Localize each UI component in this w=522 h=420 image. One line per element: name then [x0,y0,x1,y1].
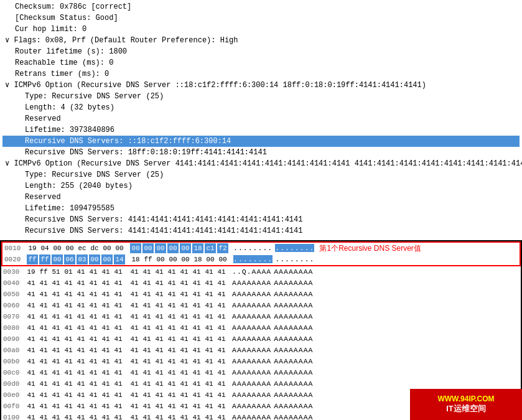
hex-ascii-right: AAAAAAAA [274,278,313,288]
hex-byte: 41 [179,345,190,355]
hex-ascii-right: AAAAAAAA [274,289,313,299]
hex-byte: 41 [141,267,152,277]
hex-ascii-right: AAAAAAAA [274,368,313,378]
hex-byte: 41 [179,390,190,400]
hex-offset: 00d0 [3,379,26,389]
hex-row: 00a041414141414141414141414141414141AAAA… [1,345,521,356]
hex-byte: 41 [129,301,140,310]
hex-byte: 41 [129,334,140,344]
hex-row: 003019ff5101414141414141414141414141..Q.… [1,266,521,278]
hex-byte: 41 [154,278,165,288]
hex-byte: 00 [101,254,113,264]
hex-offset: 00e0 [3,390,26,400]
hex-byte: 41 [26,334,37,344]
hex-byte: 00 [52,243,63,253]
hex-byte: 41 [100,368,111,378]
hex-byte: 41 [26,278,37,288]
hex-byte: 41 [203,368,215,378]
hex-byte: 41 [88,334,99,344]
hex-byte: 41 [191,413,202,420]
hex-byte: 41 [216,334,227,344]
hex-ascii-right: AAAAAAAA [274,379,313,389]
hex-byte: 41 [203,289,215,299]
hex-byte: 41 [191,357,202,366]
hex-ascii-right: AAAAAAAA [274,323,313,333]
hex-byte: 41 [88,390,99,400]
hex-byte: ff [27,254,38,264]
hex-row: 00b041414141414141414141414141414141AAAA… [1,356,521,367]
hex-byte: 41 [26,390,37,400]
hex-ascii-left: AAAAAAAA [232,401,271,411]
hex-byte: 41 [216,368,227,378]
hex-row: 006041414141414141414141414141414141AAAA… [1,300,521,311]
hex-byte: 41 [203,312,215,322]
hex-ascii-left: AAAAAAAA [232,334,271,344]
hex-byte: 41 [166,357,177,366]
hex-byte: 00 [180,254,191,264]
hex-offset: 00a0 [3,345,26,355]
hex-byte: 41 [203,379,215,389]
hex-byte: 41 [26,312,37,322]
hex-byte: 41 [216,401,227,411]
hex-ascii-left: ..Q.AAAA [232,267,271,277]
hex-byte: 41 [166,301,177,310]
hex-byte: 41 [154,289,165,299]
hex-byte: 41 [113,312,124,322]
hex-byte: 41 [113,413,124,420]
hex-ascii-left: AAAAAAAA [232,301,271,310]
hex-offset: 0080 [3,323,26,333]
detail-line: Lifetime: 3973840896 [2,124,520,136]
hex-byte: 41 [203,357,215,366]
hex-byte: 41 [141,390,152,400]
hex-byte: 41 [179,301,190,310]
hex-byte: 41 [141,357,152,366]
hex-byte: 41 [50,289,62,299]
hex-byte: 41 [216,278,227,288]
hex-byte: 41 [26,357,37,366]
detail-line: ∨ ICMPv6 Option (Recursive DNS Server 41… [2,158,520,169]
hex-byte: 41 [50,345,62,355]
hex-byte: dc [89,243,100,253]
hex-byte: 51 [50,267,62,277]
hex-ascii-left: AAAAAAAA [232,413,271,420]
hex-byte: 41 [154,357,165,366]
hex-byte: 41 [154,301,165,310]
watermark-site: WWW.94IP.COM [437,394,494,403]
hex-byte: 41 [154,267,165,277]
hex-byte: 41 [129,390,140,400]
hex-ascii-right: AAAAAAAA [274,334,313,344]
hex-byte: 41 [63,312,74,322]
hex-byte: 41 [191,267,202,277]
hex-byte: 06 [64,254,75,264]
hex-byte: ff [142,254,154,264]
detail-line: Reserved [2,113,520,124]
hex-byte: 41 [203,390,215,400]
detail-line: Recursive DNS Servers: 18ff:0:18:0:19ff:… [2,147,520,158]
hex-byte: 41 [191,289,202,299]
hex-byte: 41 [141,301,152,310]
hex-byte: 41 [154,323,165,333]
hex-byte: f2 [217,243,228,253]
hex-byte: 41 [50,278,62,288]
hex-ascii-left: AAAAAAAA [232,379,271,389]
hex-byte: 41 [154,401,165,411]
hex-byte: 41 [216,267,227,277]
hex-byte: 41 [50,390,62,400]
hex-byte: 41 [154,413,165,420]
hex-byte: 00 [130,243,141,253]
detail-line: Recursive DNS Servers: ::18:c1f2:ffff:6:… [2,136,520,147]
hex-byte: 41 [75,301,86,310]
hex-byte: 41 [113,301,124,310]
hex-byte: 41 [63,413,74,420]
hex-row: 005041414141414141414141414141414141AAAA… [1,289,521,300]
hex-byte: 41 [50,401,62,411]
hex-byte: 41 [100,301,111,310]
hex-byte: ff [39,254,50,264]
hex-byte: 41 [100,345,111,355]
hex-byte: 41 [216,390,227,400]
hex-row: 008041414141414141414141414141414141AAAA… [1,322,521,334]
hex-byte: 41 [179,334,190,344]
hex-byte: 41 [75,357,86,366]
hex-byte: ff [38,267,49,277]
hex-byte: 41 [26,368,37,378]
